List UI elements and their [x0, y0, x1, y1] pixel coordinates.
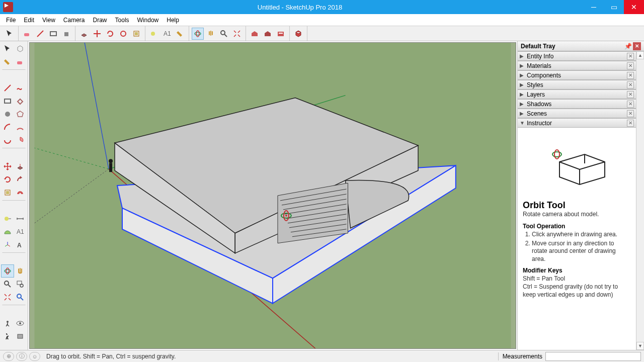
tray-pin-icon[interactable]: 📌 — [624, 42, 632, 50]
panel-entity-info[interactable]: ▶Entity Info✕ — [518, 51, 636, 61]
close-icon[interactable]: ✕ — [627, 91, 634, 98]
eraser-tool[interactable] — [14, 55, 27, 68]
close-icon[interactable]: ✕ — [627, 101, 634, 108]
credits-icon[interactable]: ⓘ — [16, 352, 27, 361]
zoom-window[interactable] — [14, 278, 27, 291]
profile-icon[interactable]: ☺ — [29, 352, 40, 361]
scroll-down-icon[interactable]: ▼ — [636, 342, 644, 350]
close-button[interactable]: ✕ — [624, 0, 644, 14]
panel-shadows[interactable]: ▶Shadows✕ — [518, 99, 636, 109]
menu-tools[interactable]: Tools — [111, 16, 133, 25]
make-component[interactable] — [14, 42, 27, 55]
extension-top[interactable] — [292, 28, 304, 40]
tape-top[interactable] — [148, 28, 160, 40]
zoom-tool[interactable] — [1, 278, 14, 291]
maximize-button[interactable]: ▭ — [604, 0, 624, 14]
zoom-extents-top[interactable] — [231, 28, 243, 40]
scroll-up-icon[interactable]: ▲ — [636, 51, 644, 59]
paint-bucket[interactable] — [1, 55, 14, 68]
3pt-arc[interactable] — [1, 134, 14, 147]
line-tool[interactable] — [1, 81, 14, 95]
close-icon[interactable]: ✕ — [627, 72, 634, 79]
menu-view[interactable]: View — [38, 16, 59, 25]
orbit-tool[interactable] — [1, 264, 14, 278]
close-icon[interactable]: ✕ — [627, 62, 634, 69]
move-top[interactable] — [91, 28, 103, 40]
panel-scenes[interactable]: ▶Scenes✕ — [518, 109, 636, 118]
warehouse-2[interactable] — [262, 28, 274, 40]
close-icon[interactable]: ✕ — [627, 81, 634, 88]
rectangle-tool[interactable] — [1, 95, 14, 108]
text-tool[interactable]: A1 — [14, 225, 27, 238]
menu-draw[interactable]: Draw — [89, 16, 111, 25]
close-icon[interactable]: ✕ — [627, 110, 634, 117]
paint-top[interactable] — [174, 28, 186, 40]
pushpull-top[interactable] — [78, 28, 90, 40]
rotate-top[interactable] — [104, 28, 116, 40]
protractor-tool[interactable] — [1, 225, 14, 238]
position-camera[interactable] — [1, 317, 14, 330]
panel-layers[interactable]: ▶Layers✕ — [518, 89, 636, 99]
eraser-top[interactable] — [21, 28, 33, 40]
3d-text[interactable]: A — [14, 238, 27, 251]
status-hint: Drag to orbit. Shift = Pan, Ctrl = suspe… — [42, 353, 494, 360]
look-around[interactable] — [14, 317, 27, 330]
scale-top[interactable] — [117, 28, 129, 40]
tape-measure[interactable] — [1, 212, 14, 225]
offset-top[interactable] — [130, 28, 142, 40]
tray-scrollbar[interactable]: ▲ ▼ — [636, 51, 644, 350]
2pt-arc[interactable] — [14, 121, 27, 134]
panel-instructor[interactable]: ▼Instructor✕ — [518, 118, 636, 128]
warehouse-1[interactable] — [249, 28, 261, 40]
svg-rect-2 — [64, 32, 68, 36]
rot-rectangle[interactable] — [14, 95, 27, 108]
menu-window[interactable]: Window — [133, 16, 163, 25]
select-tool-top[interactable] — [4, 28, 16, 40]
geo-icon[interactable]: ⊕ — [3, 352, 14, 361]
panel-materials[interactable]: ▶Materials✕ — [518, 61, 636, 70]
rotate-tool[interactable] — [1, 173, 14, 186]
walk-tool[interactable] — [1, 330, 14, 343]
close-icon[interactable]: ✕ — [627, 53, 634, 60]
minimize-button[interactable]: ─ — [584, 0, 604, 14]
instructor-diagram — [523, 132, 631, 197]
scale-tool[interactable] — [1, 186, 14, 199]
panel-styles[interactable]: ▶Styles✕ — [518, 80, 636, 89]
dimension-tool[interactable] — [14, 212, 27, 225]
followme-tool[interactable] — [14, 173, 27, 186]
pan-tool[interactable] — [14, 264, 27, 278]
tray-close-icon[interactable]: ✕ — [633, 42, 641, 50]
default-tray: Default Tray 📌 ✕ ▶Entity Info✕ ▶Material… — [517, 41, 644, 350]
select-tool[interactable] — [1, 42, 14, 55]
axes-tool[interactable] — [1, 238, 14, 251]
section-plane[interactable] — [14, 330, 27, 343]
measurements-input[interactable] — [545, 352, 641, 361]
instructor-panel-body: Orbit Tool Rotate camera about model. To… — [518, 128, 636, 350]
viewport-3d[interactable] — [29, 42, 516, 349]
freehand-tool[interactable] — [14, 81, 27, 95]
offset-tool[interactable] — [14, 186, 27, 199]
menu-file[interactable]: File — [2, 16, 20, 25]
menu-edit[interactable]: Edit — [20, 16, 38, 25]
text-top[interactable]: A1 — [161, 28, 173, 40]
panel-components[interactable]: ▶Components✕ — [518, 70, 636, 80]
move-tool[interactable] — [1, 160, 14, 173]
pan-top[interactable] — [205, 28, 217, 40]
arc-tool[interactable] — [1, 121, 14, 134]
rectangle-top[interactable] — [47, 28, 59, 40]
polygon-tool[interactable] — [14, 108, 27, 121]
zoom-extents[interactable] — [1, 291, 14, 304]
menu-help[interactable]: Help — [163, 16, 183, 25]
menu-camera[interactable]: Camera — [59, 16, 89, 25]
line-top[interactable] — [34, 28, 46, 40]
orbit-top[interactable] — [192, 28, 204, 40]
close-icon[interactable]: ✕ — [627, 120, 634, 127]
pushpull-tool[interactable] — [14, 160, 27, 173]
pie-tool[interactable] — [14, 134, 27, 147]
zoom-top[interactable] — [218, 28, 230, 40]
svg-point-51 — [552, 152, 561, 157]
shapes-top[interactable] — [60, 28, 72, 40]
warehouse-3[interactable] — [275, 28, 287, 40]
circle-tool[interactable] — [1, 108, 14, 121]
previous-view[interactable] — [14, 291, 27, 304]
